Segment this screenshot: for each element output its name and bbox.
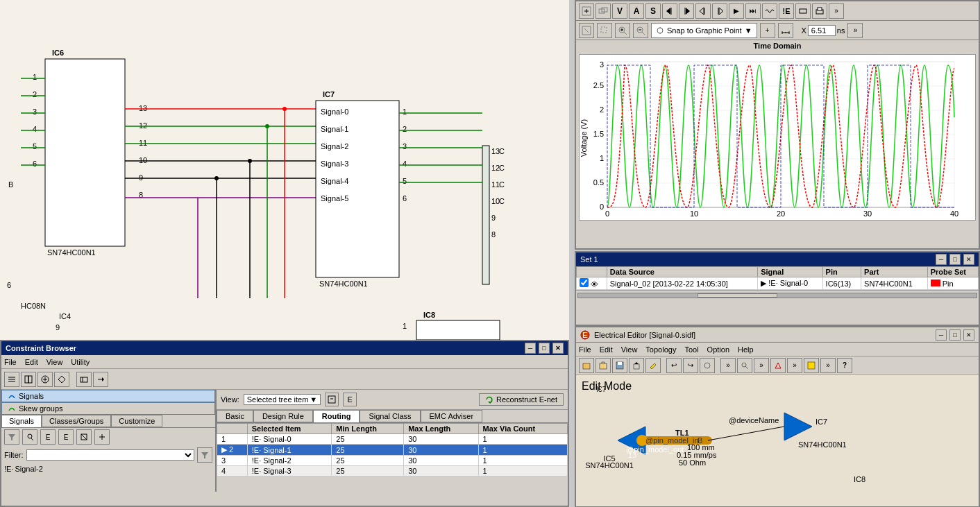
filter-btn-2[interactable]: [22, 429, 37, 445]
waveform-btn-v[interactable]: V: [612, 3, 627, 19]
elec-tb-more2[interactable]: »: [754, 358, 769, 373]
elec-tb-help[interactable]: ?: [837, 358, 852, 373]
zoom-in[interactable]: [615, 23, 630, 38]
tab-customize[interactable]: Customize: [111, 415, 162, 427]
waveform-btn-wave[interactable]: [762, 3, 777, 19]
elec-maximize[interactable]: □: [949, 329, 961, 341]
view-icon-btn2[interactable]: E: [343, 393, 357, 406]
elec-tb-more1[interactable]: »: [720, 358, 736, 373]
tab-routing[interactable]: Routing: [313, 410, 360, 422]
waveform-btn-ff[interactable]: ⏭: [745, 3, 761, 19]
cb-menu-file[interactable]: File: [4, 358, 17, 366]
ruler-btn[interactable]: [778, 23, 793, 38]
waveform-btn-s[interactable]: S: [645, 3, 661, 19]
cb-tb-5[interactable]: [76, 372, 92, 387]
elec-tb-open[interactable]: [579, 358, 594, 373]
cb-tb-3[interactable]: [37, 372, 53, 387]
table-row-2[interactable]: ▶ 2 !E· Signal-1 25 30 1: [217, 445, 568, 456]
set-row-checkbox[interactable]: [580, 278, 589, 287]
elec-close[interactable]: ✕: [963, 329, 974, 341]
elec-tb-color[interactable]: [804, 358, 819, 373]
tab-design-rule[interactable]: Design Rule: [253, 410, 313, 422]
cb-menubar[interactable]: File Edit View Utility: [1, 355, 568, 369]
zoom-fit[interactable]: [579, 23, 594, 38]
set-hscroll-track[interactable]: [577, 293, 977, 298]
cb-tb-2[interactable]: [21, 372, 36, 387]
view-area[interactable]: View: Selected tree item ▼ E Reconstruct…: [217, 390, 568, 410]
tab-basic[interactable]: Basic: [217, 410, 253, 422]
signals-button[interactable]: Signals: [1, 390, 215, 402]
elec-tb-netlist[interactable]: [700, 358, 715, 373]
elec-menu-topology[interactable]: Topology: [645, 345, 676, 354]
reconstruct-enet-btn[interactable]: Reconstruct E-net: [479, 393, 564, 406]
table-row-3[interactable]: 3 !E· Signal-2 25 30 1: [217, 456, 568, 466]
elec-menu-view[interactable]: View: [621, 345, 638, 354]
waveform-btn-sq[interactable]: [795, 3, 811, 19]
cb-menu-edit[interactable]: Edit: [25, 358, 38, 366]
elec-tb-more4[interactable]: »: [820, 358, 836, 373]
elec-tb-import[interactable]: [629, 358, 644, 373]
filter-btn-5[interactable]: [76, 429, 92, 445]
cb-menu-view[interactable]: View: [47, 358, 63, 366]
elec-tb-marker[interactable]: [770, 358, 786, 373]
snap-graphic-point-btn[interactable]: Snap to Graphic Point ▼: [651, 23, 757, 38]
tab-emc-adviser[interactable]: EMC Adviser: [421, 410, 483, 422]
filter-input[interactable]: [26, 449, 195, 461]
waveform-btn-1[interactable]: [579, 3, 594, 19]
waveform-btn-2[interactable]: [595, 3, 611, 19]
cb-maximize[interactable]: □: [539, 343, 550, 354]
elec-tb-undo[interactable]: ↩: [666, 358, 682, 373]
cb-tb-1[interactable]: [4, 372, 19, 387]
waveform-btn-E[interactable]: !E: [779, 3, 794, 19]
table-row-1[interactable]: 1 !E· Signal-0 25 30 1: [217, 434, 568, 445]
tab-signal-class[interactable]: Signal Class: [360, 410, 420, 422]
table-row-4[interactable]: 4 !E· Signal-3 25 30 1: [217, 466, 568, 476]
elec-tb-more3[interactable]: »: [787, 358, 802, 373]
routing-tabs[interactable]: Basic Design Rule Routing Signal Class E…: [217, 410, 568, 423]
elec-menubar[interactable]: File Edit View Topology Tool Option Help: [576, 343, 979, 356]
waveform-btn-p2[interactable]: [679, 3, 694, 19]
elec-tb-redo[interactable]: ↪: [683, 358, 698, 373]
filter-row[interactable]: E E: [1, 428, 215, 446]
zoom-box[interactable]: [597, 23, 612, 38]
elec-minimize[interactable]: ─: [936, 329, 947, 341]
filter-btn-1[interactable]: [4, 429, 19, 445]
filter-btn-6[interactable]: [94, 429, 110, 445]
waveform-btn-print[interactable]: [812, 3, 827, 19]
waveform-btn-p3[interactable]: [695, 3, 711, 19]
zoom-out[interactable]: [633, 23, 648, 38]
elec-toolbar[interactable]: ↩ ↪ » » » » ?: [576, 356, 979, 375]
elec-menu-tool[interactable]: Tool: [684, 345, 698, 354]
waveform-toolbar[interactable]: V A S ▶ ⏭ !E »: [576, 1, 979, 21]
elec-tb-pencil[interactable]: [645, 358, 661, 373]
cb-menu-utility[interactable]: Utility: [71, 358, 90, 366]
filter-btn-3[interactable]: E: [40, 429, 56, 445]
waveform-btn-more[interactable]: »: [829, 3, 844, 19]
filter-apply-btn[interactable]: [197, 447, 212, 463]
set-row-1[interactable]: 👁 Signal-0_02 [2013-02-22 14:05:30] ▶ !E…: [577, 277, 979, 290]
x-more-btn[interactable]: »: [847, 23, 863, 38]
cb-minimize[interactable]: ─: [525, 343, 536, 354]
set-minimize[interactable]: ─: [936, 254, 947, 265]
elec-menu-file[interactable]: File: [579, 345, 591, 354]
crosshair-btn[interactable]: +: [760, 23, 775, 38]
set-close[interactable]: ✕: [963, 254, 974, 265]
set-hscroll-thumb[interactable]: [698, 293, 777, 298]
elec-tb-save[interactable]: [612, 358, 627, 373]
tab-signals[interactable]: Signals: [1, 415, 42, 427]
elec-tb-open2[interactable]: [595, 358, 611, 373]
cb-close[interactable]: ✕: [552, 343, 564, 354]
waveform-btn-play[interactable]: ▶: [729, 3, 744, 19]
elec-menu-edit[interactable]: Edit: [600, 345, 613, 354]
elec-menu-option[interactable]: Option: [707, 345, 729, 354]
view-dropdown[interactable]: Selected tree item ▼: [244, 394, 321, 405]
filter-btn-4[interactable]: E: [58, 429, 74, 445]
elec-tb-zoom[interactable]: [737, 358, 752, 373]
cb-left-tabs[interactable]: Signals Classes/Groups Customize: [1, 415, 215, 428]
cb-toolbar[interactable]: [1, 369, 568, 390]
cb-tb-6[interactable]: [93, 372, 108, 387]
set-scrollbar[interactable]: [576, 290, 979, 300]
cb-tb-4[interactable]: [54, 372, 69, 387]
tab-classes-groups[interactable]: Classes/Groups: [42, 415, 111, 427]
skew-groups-button[interactable]: Skew groups: [1, 402, 215, 415]
